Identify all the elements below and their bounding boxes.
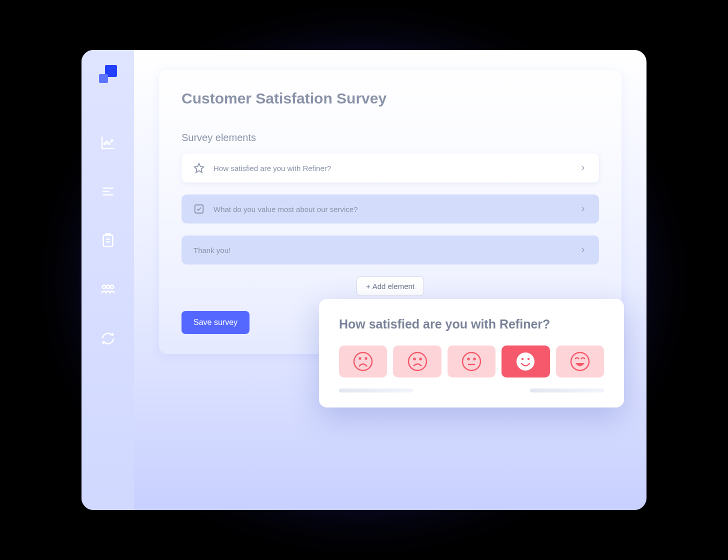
rating-very-unhappy[interactable] — [339, 346, 387, 378]
rating-happy[interactable] — [502, 346, 550, 378]
svg-point-0 — [104, 143, 106, 144]
rating-neutral[interactable] — [448, 346, 496, 378]
analytics-icon[interactable] — [98, 133, 118, 152]
sync-icon[interactable] — [98, 329, 118, 348]
chevron-right-icon — [579, 246, 587, 254]
menu-icon[interactable] — [98, 182, 118, 201]
svg-point-21 — [474, 358, 476, 360]
rating-row — [339, 346, 604, 378]
element-label: How satisfied are you with Refiner? — [214, 164, 579, 172]
survey-element-choice[interactable]: What do you value most about our service… — [182, 194, 599, 224]
svg-point-15 — [354, 352, 372, 370]
page-title: Customer Satisfation Survey — [182, 90, 599, 107]
main-content: Customer Satisfation Survey Survey eleme… — [134, 50, 646, 510]
add-element-button[interactable]: + Add element — [356, 276, 424, 296]
add-element-label: Add element — [372, 282, 414, 290]
checkbox-icon — [194, 204, 204, 214]
svg-point-23 — [516, 352, 534, 370]
svg-point-11 — [106, 285, 110, 288]
nav-back-placeholder[interactable] — [339, 388, 413, 392]
svg-point-16 — [408, 352, 426, 370]
section-title: Survey elements — [182, 132, 599, 144]
rating-very-happy[interactable] — [556, 346, 604, 378]
preview-footer — [339, 388, 604, 392]
svg-point-19 — [462, 352, 480, 370]
team-icon[interactable] — [98, 280, 118, 299]
svg-point-17 — [414, 358, 415, 360]
svg-rect-7 — [103, 235, 112, 246]
star-icon — [194, 162, 204, 174]
survey-element-message[interactable]: Thank you! — [182, 236, 599, 264]
svg-point-20 — [468, 358, 470, 360]
nav-next-placeholder[interactable] — [530, 388, 604, 392]
preview-question: How satisfied are you with Refiner? — [339, 317, 604, 332]
svg-point-3 — [111, 140, 112, 142]
chevron-right-icon — [579, 205, 587, 213]
svg-marker-13 — [194, 164, 204, 172]
element-label: What do you value most about our service… — [214, 205, 579, 214]
svg-point-2 — [108, 143, 110, 144]
chevron-right-icon — [579, 164, 587, 172]
svg-point-18 — [420, 358, 421, 360]
svg-point-1 — [106, 141, 108, 142]
sidebar — [82, 50, 134, 510]
app-logo[interactable] — [99, 65, 117, 83]
svg-rect-14 — [195, 205, 204, 214]
save-survey-button[interactable]: Save survey — [182, 311, 250, 334]
svg-point-25 — [528, 358, 530, 360]
clipboard-icon[interactable] — [98, 231, 118, 250]
survey-element-rating[interactable]: How satisfied are you with Refiner? — [182, 154, 599, 182]
svg-point-24 — [522, 358, 524, 360]
rating-unhappy[interactable] — [393, 346, 441, 378]
plus-icon: + — [366, 282, 370, 290]
svg-point-10 — [102, 285, 106, 288]
save-survey-label: Save survey — [194, 318, 238, 326]
element-label: Thank you! — [194, 246, 579, 254]
svg-point-12 — [110, 285, 114, 288]
svg-point-26 — [571, 352, 589, 370]
app-window: Customer Satisfation Survey Survey eleme… — [82, 50, 646, 510]
survey-preview-card: How satisfied are you with Refiner? — [319, 299, 624, 408]
